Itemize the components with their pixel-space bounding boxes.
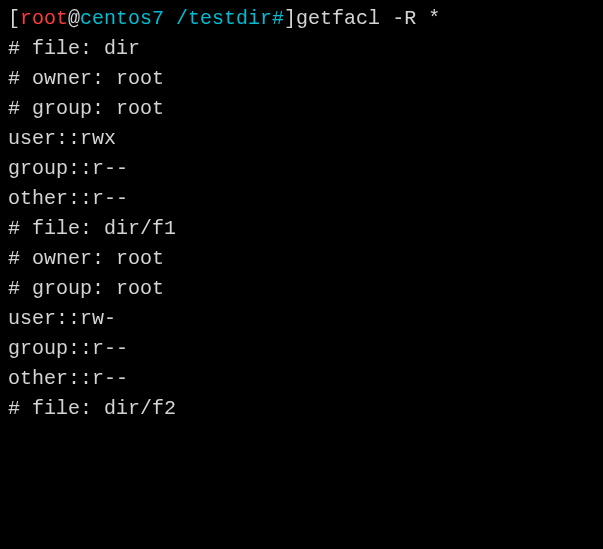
prompt-path: /testdir# [176, 7, 284, 30]
output-line: # file: dir [8, 34, 595, 64]
output-line: # owner: root [8, 244, 595, 274]
output-line: # file: dir/f2 [8, 394, 595, 424]
output-line: user::rw- [8, 304, 595, 334]
output-line: user::rwx [8, 124, 595, 154]
terminal-window[interactable]: [root@centos7 /testdir#]getfacl -R * # f… [0, 0, 603, 428]
output-line: other::r-- [8, 184, 595, 214]
output-line: # group: root [8, 274, 595, 304]
output-line: other::r-- [8, 364, 595, 394]
output-line: # file: dir/f1 [8, 214, 595, 244]
prompt-user: root [20, 7, 68, 30]
prompt-at: @ [68, 7, 80, 30]
output-line: # group: root [8, 94, 595, 124]
prompt-host: centos7 [80, 7, 176, 30]
output-line: # owner: root [8, 64, 595, 94]
output-line: group::r-- [8, 334, 595, 364]
prompt-close-bracket: ] [284, 7, 296, 30]
command-text: getfacl -R * [296, 7, 440, 30]
prompt-open-bracket: [ [8, 7, 20, 30]
output-line: group::r-- [8, 154, 595, 184]
prompt-line: [root@centos7 /testdir#]getfacl -R * [8, 4, 595, 34]
